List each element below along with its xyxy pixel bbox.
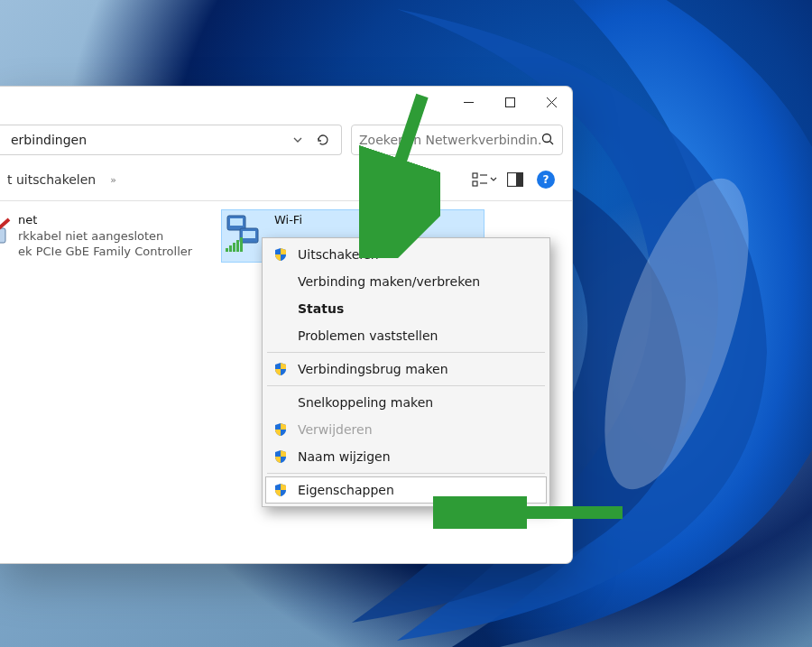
context-menu-item[interactable]: Status [265, 295, 547, 322]
context-menu-separator [267, 473, 545, 474]
search-input[interactable] [359, 133, 540, 147]
context-menu-item-label: Eigenschappen [298, 483, 534, 497]
context-menu-separator [267, 352, 545, 353]
icon-slot [272, 394, 289, 411]
svg-rect-17 [230, 218, 243, 226]
svg-rect-23 [236, 240, 239, 252]
address-bar[interactable]: erbindingen [0, 125, 342, 155]
svg-rect-22 [233, 243, 235, 252]
svg-rect-19 [243, 231, 255, 238]
context-menu-item-label: Status [298, 301, 534, 316]
svg-point-5 [543, 134, 551, 142]
disable-network-device-button[interactable]: t uitschakelen [0, 169, 103, 190]
svg-rect-12 [516, 173, 523, 187]
refresh-icon[interactable] [310, 127, 336, 153]
adapter-name: Wi-Fi [274, 212, 302, 228]
svg-rect-20 [226, 248, 228, 252]
help-icon: ? [537, 171, 555, 189]
titlebar [0, 87, 572, 123]
icon-slot [272, 328, 289, 344]
shield-icon [272, 361, 289, 377]
search-icon[interactable] [540, 132, 555, 149]
shield-icon [272, 448, 289, 465]
navigation-row: erbindingen [0, 123, 572, 162]
adapter-device: ek PCIe GbE Family Controller [18, 244, 192, 260]
icon-slot [272, 273, 289, 290]
adapter-ethernet[interactable]: net rkkabel niet aangesloten ek PCIe GbE… [0, 210, 204, 262]
svg-rect-24 [240, 237, 243, 252]
wifi-icon [224, 212, 267, 255]
ethernet-icon [0, 212, 14, 255]
svg-rect-14 [0, 228, 5, 243]
context-menu-item-label: Snelkoppeling maken [298, 395, 534, 410]
context-menu-item-label: Naam wijzigen [298, 449, 534, 464]
preview-pane-button[interactable] [500, 166, 531, 193]
context-menu-item-label: Problemen vaststellen [298, 328, 534, 343]
context-menu-item[interactable]: Eigenschappen [265, 476, 547, 504]
context-menu-item[interactable]: Snelkoppeling maken [265, 389, 547, 416]
context-menu-item-label: Uitschakelen [298, 247, 534, 262]
adapter-name: net [18, 212, 192, 228]
svg-line-6 [550, 141, 554, 144]
svg-rect-7 [473, 173, 477, 178]
svg-rect-8 [473, 181, 477, 186]
adapter-status: rkkabel niet aangesloten [18, 228, 192, 245]
context-menu-item-label: Verbindingsbrug maken [298, 362, 534, 376]
toolbar: t uitschakelen » ? [0, 162, 572, 201]
context-menu-item-label: Verbinding maken/verbreken [298, 274, 534, 289]
shield-icon [272, 421, 289, 438]
shield-icon [272, 246, 289, 263]
context-menu-item[interactable]: Verbinding maken/verbreken [265, 268, 547, 295]
view-options-button[interactable] [469, 166, 500, 193]
context-menu-item[interactable]: Verbindingsbrug maken [265, 356, 547, 383]
svg-rect-21 [229, 245, 232, 252]
svg-rect-2 [505, 97, 514, 106]
maximize-button[interactable] [489, 87, 531, 117]
address-path: erbindingen [5, 133, 285, 147]
content-area: net rkkabel niet aangesloten ek PCIe GbE… [0, 201, 572, 563]
minimize-button[interactable] [448, 87, 489, 117]
explorer-window: erbindingen t uitschakelen » [0, 86, 573, 564]
context-menu-item[interactable]: Naam wijzigen [265, 443, 547, 470]
context-menu-item: Verwijderen [265, 416, 547, 443]
help-button[interactable]: ? [531, 166, 561, 193]
context-menu-item[interactable]: Problemen vaststellen [265, 322, 547, 349]
icon-slot [272, 300, 289, 317]
context-menu-item[interactable]: Uitschakelen [265, 241, 547, 268]
toolbar-overflow-button[interactable]: » [103, 171, 124, 189]
disable-label: t uitschakelen [7, 172, 96, 187]
context-menu-item-label: Verwijderen [298, 422, 534, 437]
context-menu-separator [267, 385, 545, 386]
search-box[interactable] [351, 125, 563, 155]
chevron-down-icon[interactable] [285, 127, 310, 153]
shield-icon [272, 482, 289, 498]
context-menu: UitschakelenVerbinding maken/verbrekenSt… [262, 237, 550, 507]
close-button[interactable] [531, 87, 572, 117]
